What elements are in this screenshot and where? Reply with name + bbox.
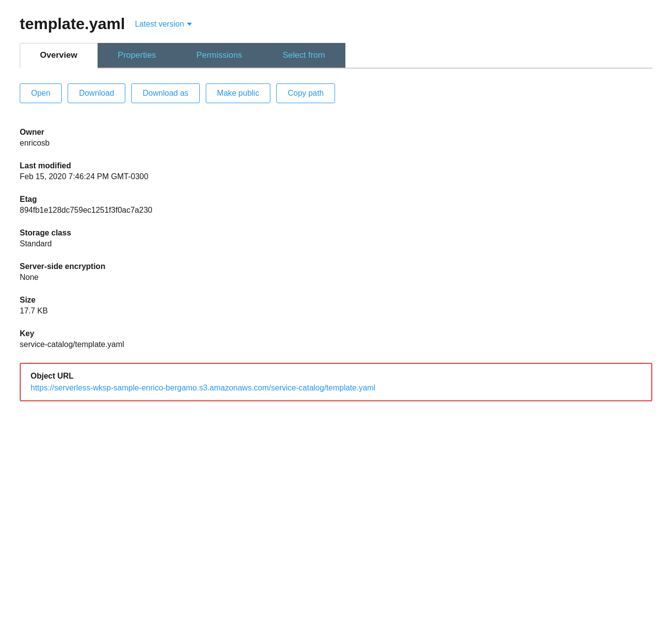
- tab-select-from[interactable]: Select from: [262, 43, 345, 68]
- size-label: Size: [20, 296, 652, 305]
- key-label: Key: [20, 329, 652, 338]
- key-value: service-catalog/template.yaml: [20, 340, 652, 349]
- owner-label: Owner: [20, 128, 652, 137]
- last-modified-field: Last modified Feb 15, 2020 7:46:24 PM GM…: [20, 161, 652, 181]
- download-button[interactable]: Download: [68, 83, 125, 103]
- owner-value: enricosb: [20, 139, 652, 148]
- tab-overview[interactable]: Overview: [20, 43, 98, 69]
- make-public-button[interactable]: Make public: [206, 83, 270, 103]
- page-header: template.yaml Latest version: [20, 15, 652, 43]
- open-button[interactable]: Open: [20, 83, 62, 103]
- object-url-link[interactable]: https://serverless-wksp-sample-enrico-be…: [31, 384, 375, 392]
- key-field: Key service-catalog/template.yaml: [20, 329, 652, 349]
- size-value: 17.7 KB: [20, 307, 652, 315]
- copy-path-button[interactable]: Copy path: [276, 83, 335, 103]
- owner-field: Owner enricosb: [20, 128, 652, 148]
- storage-class-value: Standard: [20, 239, 652, 248]
- etag-field: Etag 894fb1e128dc759ec1251f3f0ac7a230: [20, 195, 652, 215]
- file-title: template.yaml: [20, 15, 125, 33]
- chevron-down-icon: [187, 23, 192, 26]
- size-field: Size 17.7 KB: [20, 296, 652, 315]
- version-label: Latest version: [135, 20, 184, 29]
- etag-label: Etag: [20, 195, 652, 204]
- etag-value: 894fb1e128dc759ec1251f3f0ac7a230: [20, 206, 652, 215]
- object-url-label: Object URL: [31, 372, 641, 381]
- last-modified-value: Feb 15, 2020 7:46:24 PM GMT-0300: [20, 172, 652, 181]
- storage-class-field: Storage class Standard: [20, 229, 652, 248]
- tab-properties[interactable]: Properties: [98, 43, 176, 68]
- tab-permissions[interactable]: Permissions: [176, 43, 262, 68]
- tab-bar: Overview Properties Permissions Select f…: [20, 43, 652, 69]
- server-side-encryption-field: Server-side encryption None: [20, 262, 652, 282]
- object-url-box: Object URL https://serverless-wksp-sampl…: [20, 363, 652, 401]
- server-side-encryption-value: None: [20, 273, 652, 282]
- version-badge[interactable]: Latest version: [135, 20, 192, 29]
- last-modified-label: Last modified: [20, 161, 652, 170]
- details-section: Owner enricosb Last modified Feb 15, 202…: [20, 123, 652, 406]
- download-as-button[interactable]: Download as: [131, 83, 200, 103]
- server-side-encryption-label: Server-side encryption: [20, 262, 652, 271]
- storage-class-label: Storage class: [20, 229, 652, 237]
- action-buttons-bar: Open Download Download as Make public Co…: [20, 83, 652, 103]
